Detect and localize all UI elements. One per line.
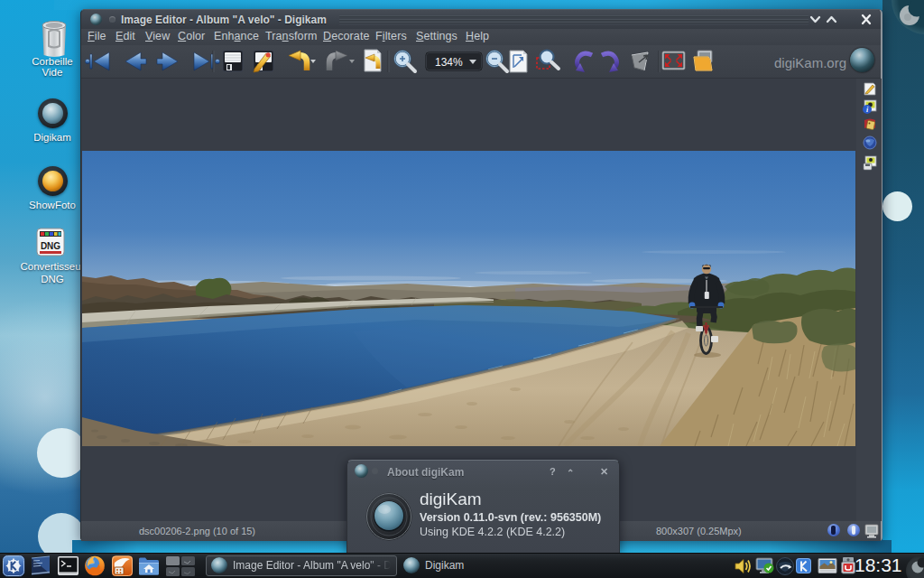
- svg-text:DNG: DNG: [41, 241, 60, 251]
- svg-text:134%: 134%: [435, 56, 463, 69]
